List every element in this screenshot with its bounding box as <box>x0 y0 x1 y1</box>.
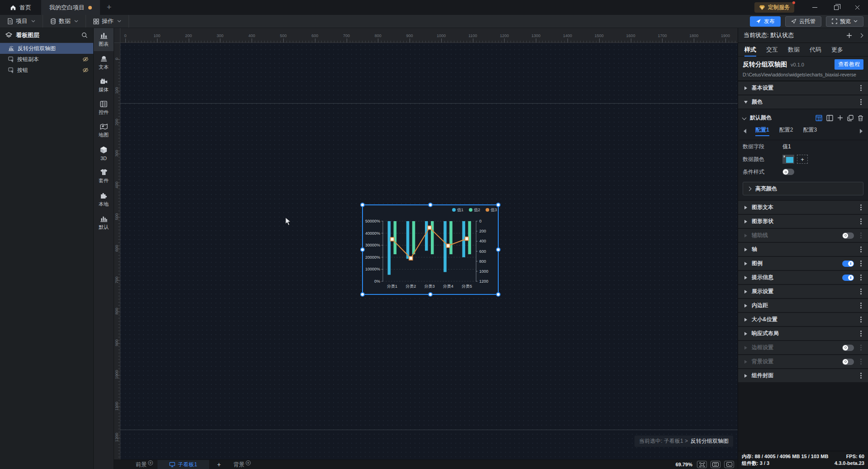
section-toggle[interactable] <box>842 359 854 365</box>
foreground-tab[interactable]: 前景 + <box>131 460 157 469</box>
config-tab-3[interactable]: 配置3 <box>803 126 817 136</box>
tab-更多[interactable]: 更多 <box>831 43 843 56</box>
toolbar-item-3D[interactable]: 3D <box>94 142 114 165</box>
zoom-level[interactable]: 69.79% <box>676 460 692 469</box>
tab-代码[interactable]: 代码 <box>810 43 821 56</box>
layer-item-1[interactable]: 按钮副本 <box>0 54 93 65</box>
caret-icon[interactable] <box>744 276 747 280</box>
more-options-icon[interactable] <box>858 288 863 295</box>
copy-icon[interactable] <box>847 115 854 121</box>
caret-icon[interactable] <box>744 304 747 308</box>
section-图形形状[interactable]: 图形形状 <box>738 215 868 228</box>
resize-handle-nw[interactable] <box>360 203 365 207</box>
section-toggle[interactable] <box>842 275 854 281</box>
caret-icon[interactable] <box>744 206 747 209</box>
chevron-right-icon[interactable] <box>859 33 863 38</box>
more-options-icon[interactable] <box>858 274 863 281</box>
section-toggle[interactable] <box>842 345 854 351</box>
publish-button[interactable]: 发布 <box>750 16 781 27</box>
delete-icon[interactable] <box>858 115 863 121</box>
more-options-icon[interactable] <box>858 358 863 365</box>
toolbar-item-本地[interactable]: 本地 <box>94 188 114 211</box>
caret-icon[interactable] <box>744 248 747 251</box>
collapse-icon[interactable] <box>742 116 747 120</box>
toolbar-item-套件[interactable]: 套件 <box>94 165 114 188</box>
project-tab[interactable]: 我的空白项目 <box>41 0 100 15</box>
toolbar-item-默认[interactable]: 默认 <box>94 211 114 234</box>
more-options-icon[interactable] <box>858 302 863 309</box>
console-button[interactable] <box>724 461 734 468</box>
section-内边距[interactable]: 内边距 <box>738 299 868 312</box>
add-state-button[interactable] <box>846 33 852 38</box>
caret-icon[interactable] <box>744 220 747 223</box>
section-toggle[interactable] <box>842 232 854 239</box>
custom-service-badge[interactable]: 定制服务 <box>754 2 794 13</box>
more-options-icon[interactable] <box>858 98 863 106</box>
resize-handle-e[interactable] <box>496 247 501 252</box>
toolbar-item-图表[interactable]: 图表 <box>94 28 114 51</box>
condition-style-toggle[interactable] <box>782 169 794 175</box>
add-config-icon[interactable] <box>837 115 843 121</box>
search-icon[interactable] <box>81 32 88 38</box>
tab-样式[interactable]: 样式 <box>744 43 756 56</box>
background-tab[interactable]: 背景 + <box>229 460 255 469</box>
section-基本设置[interactable]: 基本设置 <box>738 81 868 95</box>
section-背景设置[interactable]: 背景设置 <box>738 355 868 368</box>
caret-icon[interactable] <box>744 101 748 104</box>
section-提示信息[interactable]: 提示信息 <box>738 271 868 284</box>
caret-icon[interactable] <box>744 318 747 322</box>
section-响应式布局[interactable]: 响应式布局 <box>738 327 868 340</box>
preview-button[interactable]: 预览 <box>826 16 863 27</box>
board-tab-active[interactable]: 子看板1 <box>157 460 209 469</box>
more-options-icon[interactable] <box>858 344 863 351</box>
toolbar-item-控件[interactable]: 控件 <box>94 97 114 119</box>
more-options-icon[interactable] <box>858 84 863 92</box>
more-options-icon[interactable] <box>858 372 863 379</box>
shortcut-keys-button[interactable] <box>711 461 720 468</box>
home-tab[interactable]: 首页 <box>0 0 41 15</box>
more-options-icon[interactable] <box>858 204 863 211</box>
more-options-icon[interactable] <box>858 232 863 239</box>
add-foreground-icon[interactable]: + <box>148 460 153 465</box>
caret-icon[interactable] <box>744 374 747 378</box>
more-options-icon[interactable] <box>858 218 863 225</box>
close-button[interactable] <box>847 0 868 15</box>
restore-button[interactable] <box>825 0 847 15</box>
minimize-button[interactable] <box>804 0 825 15</box>
fit-screen-button[interactable] <box>697 461 707 468</box>
more-options-icon[interactable] <box>858 246 863 253</box>
caret-icon[interactable] <box>744 290 747 294</box>
add-color-button[interactable]: + <box>797 155 808 164</box>
view-tutorial-button[interactable]: 查看教程 <box>835 59 863 70</box>
section-大小&位置[interactable]: 大小&位置 <box>738 313 868 326</box>
section-图例[interactable]: 图例 <box>738 257 868 270</box>
caret-icon[interactable] <box>744 360 747 364</box>
selected-chart-widget[interactable]: 50000%40000%30000%20000%10000%0%02004006… <box>362 204 499 295</box>
new-tab-button[interactable]: + <box>100 0 118 15</box>
section-展示设置[interactable]: 展示设置 <box>738 285 868 298</box>
layer-item-0[interactable]: 反转分组双轴图 <box>0 43 93 54</box>
more-options-icon[interactable] <box>858 260 863 267</box>
resize-handle-se[interactable] <box>496 292 501 297</box>
tab-交互[interactable]: 交互 <box>766 43 778 56</box>
config-tab-1[interactable]: 配置1 <box>755 126 769 136</box>
section-组件封面[interactable]: 组件封面 <box>738 369 868 382</box>
caret-icon[interactable] <box>744 86 747 90</box>
add-background-icon[interactable]: + <box>246 460 251 465</box>
scroll-right-icon[interactable] <box>860 129 863 133</box>
scroll-left-icon[interactable] <box>744 129 746 133</box>
toolbar-item-媒体[interactable]: 媒体 <box>94 74 114 97</box>
caret-icon[interactable] <box>744 346 747 350</box>
section-颜色[interactable]: 颜色 <box>738 95 868 109</box>
section-图形文本[interactable]: 图形文本 <box>738 201 868 214</box>
highlight-color-section[interactable]: 高亮颜色 <box>743 182 863 195</box>
add-board-button[interactable]: + <box>209 460 229 469</box>
section-toggle[interactable] <box>842 261 854 267</box>
section-边框设置[interactable]: 边框设置 <box>738 341 868 354</box>
resize-handle-ne[interactable] <box>496 203 501 207</box>
more-options-icon[interactable] <box>858 330 863 337</box>
cloud-host-button[interactable]: 云托管 <box>785 16 821 27</box>
tab-数据[interactable]: 数据 <box>788 43 800 56</box>
more-options-icon[interactable] <box>858 316 863 323</box>
resize-handle-n[interactable] <box>428 203 433 207</box>
